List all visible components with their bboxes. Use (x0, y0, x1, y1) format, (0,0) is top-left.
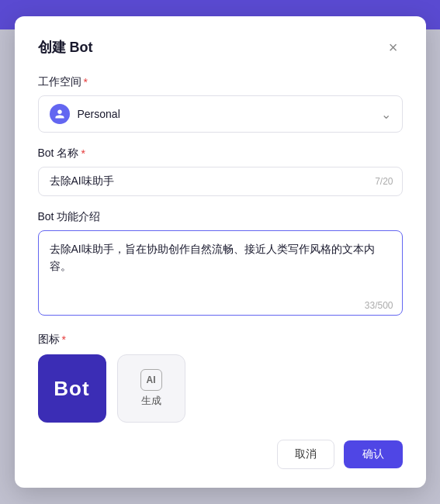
close-button[interactable]: × (384, 38, 403, 57)
ai-icon: AI (140, 369, 162, 391)
required-indicator: * (84, 76, 88, 88)
bot-name-input[interactable] (38, 167, 403, 196)
cancel-button[interactable]: 取消 (277, 440, 334, 469)
bot-desc-group: Bot 功能介绍 去除AI味助手，旨在协助创作自然流畅、接近人类写作风格的文本内… (38, 210, 403, 319)
generate-icon-button[interactable]: AI 生成 (117, 354, 185, 423)
name-input-wrapper: 7/20 (38, 167, 403, 196)
workspace-name: Personal (78, 108, 120, 120)
overlay: 创建 Bot × 工作空间 * Personal ⌄ (0, 0, 440, 504)
icon-label: 图标 * (38, 333, 403, 347)
workspace-select[interactable]: Personal ⌄ (38, 95, 403, 133)
required-indicator: * (81, 147, 85, 160)
bot-desc-label: Bot 功能介绍 (38, 210, 403, 224)
confirm-button[interactable]: 确认 (344, 440, 403, 468)
chevron-down-icon: ⌄ (381, 107, 391, 122)
dialog-header: 创建 Bot × (38, 38, 403, 57)
workspace-group: 工作空间 * Personal ⌄ (38, 75, 403, 133)
workspace-left: Personal (50, 104, 120, 124)
dialog-title: 创建 Bot (38, 38, 93, 57)
generate-label: 生成 (141, 394, 161, 408)
icon-options: Bot AI 生成 (38, 354, 403, 423)
desc-input-wrapper: 去除AI味助手，旨在协助创作自然流畅、接近人类写作风格的文本内容。 33/500 (38, 230, 403, 319)
bot-desc-textarea[interactable]: 去除AI味助手，旨在协助创作自然流畅、接近人类写作风格的文本内容。 (38, 230, 403, 316)
bot-icon-text: Bot (54, 377, 89, 401)
icon-section: 图标 * Bot AI 生成 (38, 333, 403, 423)
bot-name-label: Bot 名称 * (38, 147, 403, 161)
bot-desc-char-count: 33/500 (365, 300, 393, 311)
bot-name-char-count: 7/20 (375, 176, 393, 187)
required-indicator: * (62, 333, 66, 346)
dialog-footer: 取消 确认 (38, 440, 403, 469)
bot-icon-selected[interactable]: Bot (38, 354, 106, 423)
workspace-label: 工作空间 * (38, 75, 403, 89)
bot-name-group: Bot 名称 * 7/20 (38, 147, 403, 196)
workspace-avatar-icon (50, 104, 70, 124)
dialog: 创建 Bot × 工作空间 * Personal ⌄ (15, 16, 426, 488)
